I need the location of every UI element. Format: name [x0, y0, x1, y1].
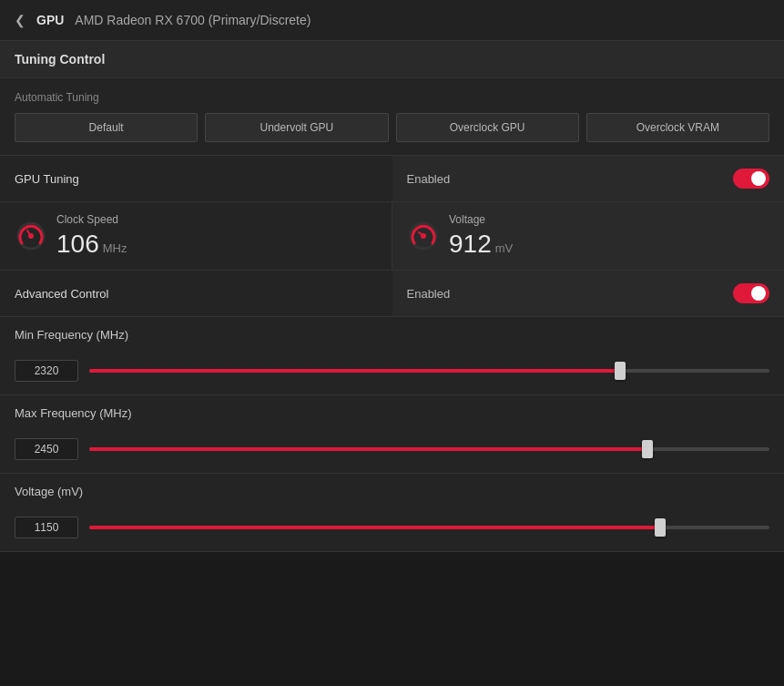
voltage-mv-thumb[interactable]	[655, 518, 666, 537]
gpu-chevron-icon[interactable]: ❮	[15, 13, 25, 27]
advanced-control-row: Advanced Control Enabled	[0, 271, 784, 317]
min-frequency-thumb[interactable]	[615, 362, 626, 380]
undervolt-gpu-button[interactable]: Undervolt GPU	[205, 113, 388, 142]
metrics-row: Clock Speed 106 MHz Voltage 912 mV	[0, 202, 784, 271]
voltage-unit: mV	[495, 241, 514, 255]
voltage-mv-value[interactable]: 1150	[15, 517, 78, 538]
voltage-value-row: 912 mV	[449, 230, 513, 259]
clock-speed-value-row: 106 MHz	[56, 230, 127, 259]
max-frequency-slider-row: 2450	[0, 431, 784, 473]
min-frequency-header: Min Frequency (MHz)	[0, 317, 784, 353]
overclock-gpu-button[interactable]: Overclock GPU	[396, 113, 579, 142]
gpu-header: ❮ GPU AMD Radeon RX 6700 (Primary/Discre…	[0, 0, 784, 41]
voltage-dial-icon	[407, 220, 440, 252]
voltage-content: Voltage 912 mV	[449, 213, 513, 259]
max-frequency-label: Max Frequency (MHz)	[15, 406, 132, 420]
tuning-control-header: Tuning Control	[0, 41, 784, 78]
advanced-control-right: Enabled	[392, 271, 785, 316]
max-frequency-track	[89, 447, 769, 451]
gpu-label: GPU	[36, 13, 64, 27]
advanced-control-status: Enabled	[407, 287, 451, 301]
min-frequency-label: Min Frequency (MHz)	[15, 328, 128, 342]
voltage-mv-fill	[89, 526, 660, 529]
min-frequency-section: Min Frequency (MHz) 2320	[0, 317, 784, 395]
gpu-name: AMD Radeon RX 6700 (Primary/Discrete)	[75, 13, 311, 27]
min-frequency-fill	[89, 369, 620, 373]
min-frequency-slider-row: 2320	[0, 353, 784, 394]
default-button[interactable]: Default	[15, 113, 198, 142]
max-frequency-value[interactable]: 2450	[15, 438, 78, 460]
max-frequency-thumb[interactable]	[642, 440, 653, 458]
voltage-mv-slider-row: 1150	[0, 509, 784, 551]
clock-speed-label: Clock Speed	[56, 213, 127, 226]
clock-speed-unit: MHz	[103, 241, 127, 255]
gpu-tuning-status: Enabled	[407, 172, 451, 186]
min-frequency-slider-container	[89, 362, 769, 380]
gpu-tuning-toggle[interactable]	[733, 169, 769, 189]
clock-speed-cell: Clock Speed 106 MHz	[0, 202, 392, 270]
voltage-mv-section: Voltage (mV) 1150	[0, 474, 784, 552]
voltage-value: 912	[449, 230, 492, 259]
min-frequency-value[interactable]: 2320	[15, 360, 78, 382]
voltage-label: Voltage	[449, 213, 513, 226]
clock-speed-value: 106	[56, 230, 99, 259]
advanced-control-toggle[interactable]	[733, 283, 769, 303]
voltage-mv-header: Voltage (mV)	[0, 474, 784, 509]
max-frequency-fill	[89, 447, 647, 451]
max-frequency-slider-container	[89, 440, 769, 458]
automatic-tuning-label: Automatic Tuning	[15, 91, 769, 104]
voltage-mv-label: Voltage (mV)	[15, 485, 83, 498]
max-frequency-header: Max Frequency (MHz)	[0, 395, 784, 431]
automatic-tuning-section: Automatic Tuning Default Undervolt GPU O…	[0, 78, 784, 156]
overclock-vram-button[interactable]: Overclock VRAM	[586, 113, 769, 142]
advanced-control-label: Advanced Control	[0, 274, 392, 313]
tuning-buttons: Default Undervolt GPU Overclock GPU Over…	[15, 113, 769, 142]
min-frequency-track	[89, 369, 769, 373]
max-frequency-section: Max Frequency (MHz) 2450	[0, 395, 784, 474]
gpu-tuning-right: Enabled	[392, 156, 785, 201]
voltage-mv-track	[89, 526, 769, 529]
clock-speed-content: Clock Speed 106 MHz	[56, 213, 127, 259]
voltage-cell: Voltage 912 mV	[392, 202, 784, 270]
clock-speed-dial-icon	[15, 220, 47, 252]
content-area: Automatic Tuning Default Undervolt GPU O…	[0, 78, 784, 552]
gpu-tuning-row: GPU Tuning Enabled	[0, 156, 784, 202]
voltage-mv-slider-container	[89, 518, 769, 537]
gpu-tuning-label: GPU Tuning	[0, 159, 392, 199]
